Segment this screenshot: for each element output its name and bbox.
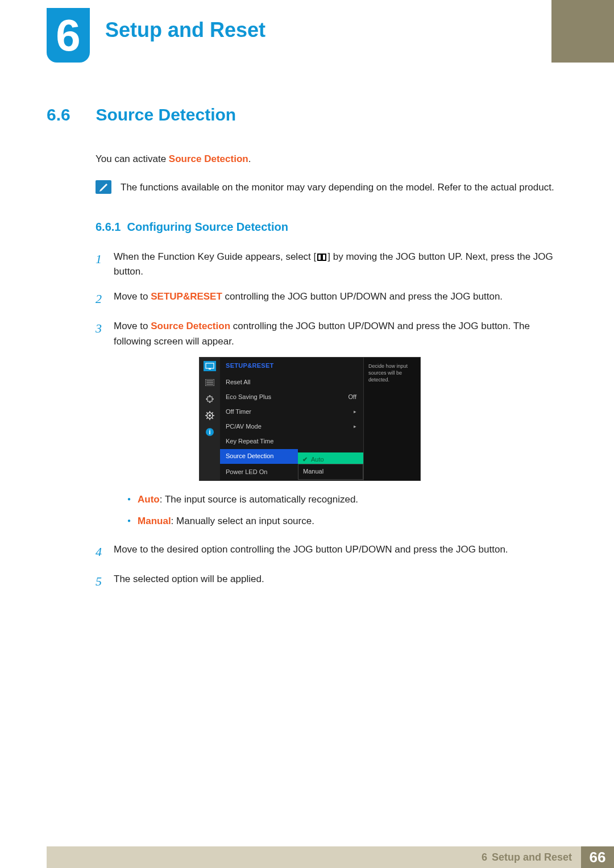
emphasis-term: SETUP&RESET — [151, 291, 222, 302]
osd-description-panel: Decide how input sources will be detecte… — [363, 358, 420, 480]
header-corner — [551, 0, 614, 63]
osd-title: SETUP&RESET — [220, 358, 363, 375]
bullet-icon: ● — [127, 514, 131, 529]
step-4: 4 Move to the desired option controlling… — [96, 542, 567, 562]
chapter-number-tab: 6 — [47, 8, 90, 63]
osd-row-eco: Eco Saving PlusOff — [220, 390, 363, 405]
step-2: 2 Move to SETUP&RESET controlling the JO… — [96, 289, 567, 309]
svg-line-15 — [206, 418, 208, 419]
osd-row-source-selected: Source Detection — [220, 449, 298, 464]
osd-sidebar: i — [200, 358, 220, 480]
svg-line-13 — [206, 412, 208, 413]
step-number: 4 — [96, 542, 103, 562]
option-label: Auto — [138, 494, 160, 505]
resize-icon — [204, 394, 216, 404]
svg-rect-0 — [206, 363, 214, 368]
osd-row-pcav: PC/AV Mode▸ — [220, 420, 363, 434]
step-3: 3 Move to Source Detection controlling t… — [96, 319, 567, 532]
page-number: 66 — [581, 846, 614, 868]
option-auto: ● Auto: The input source is automaticall… — [114, 489, 567, 510]
osd-row-reset: Reset All — [220, 375, 363, 390]
osd-main: SETUP&RESET Reset All Eco Saving PlusOff… — [220, 358, 363, 480]
step-number: 5 — [96, 572, 103, 591]
footer-bar: 6 Setup and Reset — [47, 846, 581, 868]
bullet-icon: ● — [127, 492, 131, 507]
emphasis-term: Source Detection — [151, 321, 230, 331]
chevron-right-icon: ▸ — [354, 423, 356, 431]
osd-option-manual: Manual — [298, 464, 363, 479]
step-5: 5 The selected option will be applied. — [96, 572, 567, 591]
option-manual: ● Manual: Manually select an input sourc… — [114, 510, 567, 532]
section-number: 6.6 — [47, 105, 93, 124]
info-icon: i — [204, 427, 216, 437]
options-list: ● Auto: The input source is automaticall… — [114, 489, 567, 533]
step-1: 1 When the Function Key Guide appears, s… — [96, 250, 567, 280]
page-footer: 6 Setup and Reset 66 — [0, 846, 614, 868]
list-icon — [204, 377, 216, 388]
note-block: The functions available on the monitor m… — [96, 180, 567, 195]
display-icon — [204, 361, 216, 371]
step-number: 3 — [96, 319, 103, 532]
subsection-heading: 6.6.1 Configuring Source Detection — [96, 218, 567, 236]
menu-icon — [317, 254, 326, 261]
section-title: Source Detection — [96, 105, 236, 124]
note-icon — [96, 180, 111, 194]
step-number: 2 — [96, 289, 103, 309]
section-heading: 6.6 Source Detection — [47, 105, 567, 124]
footer-chapter-title: Setup and Reset — [492, 852, 572, 863]
emphasis-term: Source Detection — [169, 153, 248, 164]
gear-icon — [204, 410, 216, 421]
intro-text: You can activate Source Detection. — [96, 152, 567, 167]
chapter-title: Setup and Reset — [105, 18, 265, 42]
svg-rect-6 — [208, 397, 212, 401]
svg-line-16 — [212, 412, 213, 413]
osd-row-timer: Off Timer▸ — [220, 405, 363, 420]
footer-chapter-num: 6 — [482, 852, 487, 863]
osd-menu-screenshot: i SETUP&RESET Reset All Eco Saving PlusO… — [199, 357, 421, 480]
step-list: 1 When the Function Key Guide appears, s… — [96, 250, 567, 592]
check-icon: ✔ — [302, 455, 308, 464]
option-label: Manual — [138, 516, 171, 526]
svg-rect-1 — [209, 368, 211, 369]
note-text: The functions available on the monitor m… — [121, 180, 554, 195]
osd-row-key: Key Repeat Time — [220, 434, 363, 449]
svg-point-8 — [209, 414, 211, 417]
chevron-right-icon: ▸ — [354, 408, 356, 416]
content-area: 6.6 Source Detection You can activate So… — [47, 105, 567, 601]
svg-text:i: i — [209, 429, 210, 435]
step-number: 1 — [96, 250, 103, 280]
svg-line-14 — [212, 418, 213, 419]
